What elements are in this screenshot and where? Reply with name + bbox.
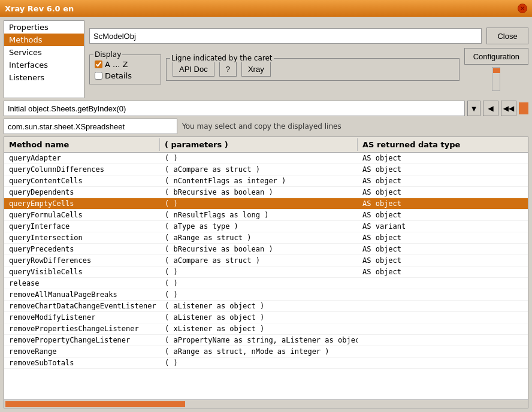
col-header-return: AS returned data type xyxy=(358,138,528,151)
right-scrollbar-indicator xyxy=(492,67,500,91)
method-name-cell: release xyxy=(4,278,160,289)
params-cell: ( ) xyxy=(160,153,358,163)
object-row: Close xyxy=(89,28,528,44)
details-checkbox-row: Details xyxy=(95,71,156,80)
method-name-cell: queryColumnDifferences xyxy=(4,164,160,175)
method-name-cell: queryContentCells xyxy=(4,175,160,186)
display-legend: Display xyxy=(93,50,122,59)
method-name-cell: removeChartDataChangeEventListener xyxy=(4,301,160,311)
table-row[interactable]: queryFormulaCells( nResultFlags as long … xyxy=(4,210,528,221)
configuration-button[interactable]: Configuration xyxy=(464,48,528,65)
scrollbar-thumb xyxy=(493,68,500,73)
interface-field[interactable] xyxy=(4,119,177,134)
table-row[interactable]: queryRowDifferences( aCompare as struct … xyxy=(4,255,528,266)
params-cell: ( bRecursive as boolean ) xyxy=(160,244,358,255)
display-group: Display A ... Z Details xyxy=(89,54,161,84)
api-doc-button[interactable]: API Doc xyxy=(173,61,214,77)
method-name-cell: queryPrecedents xyxy=(4,244,160,255)
params-cell: ( ) xyxy=(160,358,358,368)
table-row[interactable]: queryContentCells( nContentFlags as inte… xyxy=(4,175,528,187)
return-type-cell: AS object xyxy=(358,210,528,220)
return-type-cell xyxy=(358,358,528,368)
title-text: Xray Rev 6.0 en xyxy=(5,4,74,13)
params-cell: ( aCompare as struct ) xyxy=(160,164,358,175)
method-name-cell: queryFormulaCells xyxy=(4,210,160,220)
table-row[interactable]: queryEmptyCells( )AS object xyxy=(4,198,528,210)
params-cell: ( aType as type ) xyxy=(160,221,358,232)
method-name-cell: removeSubTotals xyxy=(4,358,160,368)
table-row[interactable]: removeAllManualPageBreaks( ) xyxy=(4,289,528,301)
combo-input[interactable] xyxy=(4,101,465,116)
method-name-cell: queryEmptyCells xyxy=(4,198,160,209)
params-cell: ( ) xyxy=(160,266,358,277)
params-cell: ( aRange as struct, nMode as integer ) xyxy=(160,346,358,357)
table-row[interactable]: queryAdapter( )AS object xyxy=(4,153,528,164)
return-type-cell: AS variant xyxy=(358,221,528,232)
params-cell: ( aPropertyName as string, aListener as … xyxy=(160,335,358,346)
middle-row: Display A ... Z Details Ligne indicated … xyxy=(89,48,528,91)
table-body[interactable]: queryAdapter( )AS objectqueryColumnDiffe… xyxy=(4,153,528,399)
back-nav-button[interactable]: ◀ xyxy=(483,101,498,116)
right-section: Close Display A ... Z Details xyxy=(89,28,528,91)
return-type-cell xyxy=(358,323,528,334)
table-row[interactable]: queryColumnDifferences( aCompare as stru… xyxy=(4,164,528,175)
return-type-cell: AS object xyxy=(358,164,528,175)
combo-dropdown-button[interactable]: ▼ xyxy=(467,101,480,116)
method-name-cell: removePropertyChangeListener xyxy=(4,335,160,346)
left-panel-item-interfaces[interactable]: Interfaces xyxy=(4,59,84,71)
table-row[interactable]: removeModifyListener( aListener as objec… xyxy=(4,312,528,323)
details-checkbox[interactable] xyxy=(95,72,102,80)
method-name-cell: queryIntersection xyxy=(4,232,160,243)
table-row[interactable]: removeRange( aRange as struct, nMode as … xyxy=(4,346,528,358)
ligne-group: Ligne indicated by the caret API Doc ? X… xyxy=(166,58,460,81)
params-cell: ( bRecursive as boolean ) xyxy=(160,187,358,198)
close-window-button[interactable]: ✕ xyxy=(518,4,527,13)
table-row[interactable]: queryPrecedents( bRecursive as boolean )… xyxy=(4,244,528,255)
az-checkbox[interactable] xyxy=(95,60,102,68)
left-panel-item-methods[interactable]: Methods xyxy=(4,34,84,46)
table-row[interactable]: queryInterface( aType as type )AS varian… xyxy=(4,221,528,232)
first-nav-button[interactable]: ◀◀ xyxy=(501,101,516,116)
table-row[interactable]: removeChartDataChangeEventListener( aLis… xyxy=(4,301,528,312)
params-cell: ( nContentFlags as integer ) xyxy=(160,175,358,186)
params-cell: ( aRange as struct ) xyxy=(160,232,358,243)
params-cell: ( xListener as object ) xyxy=(160,323,358,334)
params-cell: ( aListener as object ) xyxy=(160,301,358,311)
return-type-cell xyxy=(358,312,528,323)
horizontal-scrollbar[interactable] xyxy=(4,399,528,408)
method-name-cell: queryDependents xyxy=(4,187,160,198)
table-row[interactable]: release( ) xyxy=(4,278,528,289)
col-header-method: Method name xyxy=(4,138,160,151)
table-row[interactable]: queryDependents( bRecursive as boolean )… xyxy=(4,187,528,198)
table-row[interactable]: removePropertyChangeListener( aPropertyN… xyxy=(4,335,528,346)
h-scroll-thumb xyxy=(5,401,185,407)
return-type-cell: AS object xyxy=(358,198,528,209)
xray-button[interactable]: Xray xyxy=(241,61,271,77)
details-label: Details xyxy=(105,71,132,80)
main-window: PropertiesMethodsServicesInterfacesListe… xyxy=(0,17,532,412)
method-name-cell: removeRange xyxy=(4,346,160,357)
left-panel-item-properties[interactable]: Properties xyxy=(4,21,84,34)
left-panel: PropertiesMethodsServicesInterfacesListe… xyxy=(4,20,84,98)
return-type-cell: AS object xyxy=(358,244,528,255)
return-type-cell: AS object xyxy=(358,266,528,277)
table-row[interactable]: removeSubTotals( ) xyxy=(4,358,528,369)
close-button[interactable]: Close xyxy=(486,28,528,44)
col-header-params: ( parameters ) xyxy=(160,138,358,151)
question-button[interactable]: ? xyxy=(219,61,237,77)
method-name-cell: queryVisibleCells xyxy=(4,266,160,277)
method-name-cell: removeModifyListener xyxy=(4,312,160,323)
params-cell: ( aCompare as struct ) xyxy=(160,255,358,266)
table-row[interactable]: queryIntersection( aRange as struct )AS … xyxy=(4,232,528,244)
object-field[interactable] xyxy=(89,28,482,44)
left-panel-item-listeners[interactable]: Listeners xyxy=(4,71,84,84)
return-type-cell: AS object xyxy=(358,153,528,163)
table-row[interactable]: removePropertiesChangeListener( xListene… xyxy=(4,323,528,335)
return-type-cell xyxy=(358,301,528,311)
interface-row: You may select and copy the displayed li… xyxy=(4,119,528,134)
table-row[interactable]: queryVisibleCells( )AS object xyxy=(4,266,528,278)
params-cell: ( ) xyxy=(160,289,358,300)
left-panel-item-services[interactable]: Services xyxy=(4,46,84,59)
params-cell: ( nResultFlags as long ) xyxy=(160,210,358,220)
method-name-cell: queryInterface xyxy=(4,221,160,232)
